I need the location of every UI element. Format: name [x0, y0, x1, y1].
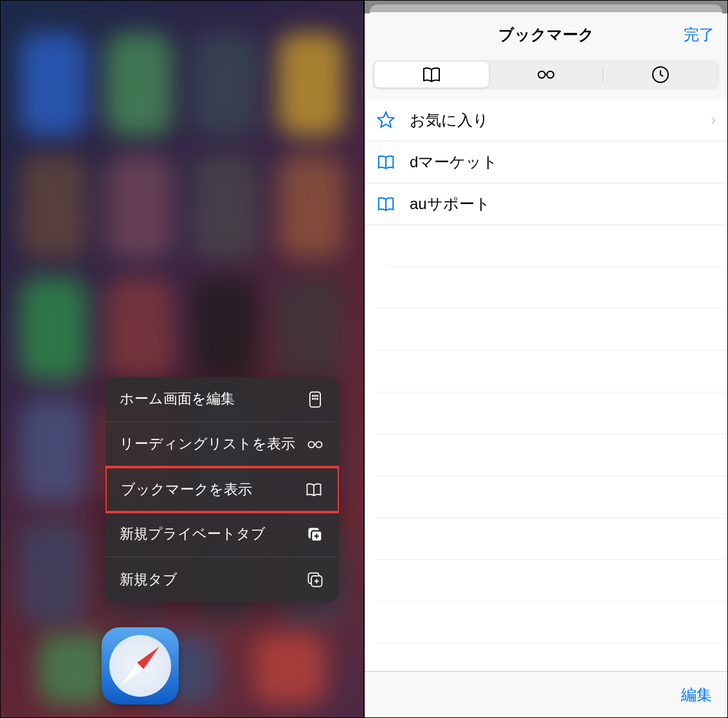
- bookmarks-list[interactable]: お気に入り › dマーケット auサポート: [365, 100, 727, 671]
- dock-blurred: [1, 621, 363, 717]
- menu-show-bookmarks[interactable]: ブックマークを表示: [105, 466, 339, 513]
- home-screen-blurred: ホーム画面を編集 リーディングリストを表示 ブックマークを表示 新規プライベート…: [0, 0, 364, 718]
- bookmarks-sheet-screen: ブックマーク 完了 お気に入り ›: [364, 0, 728, 718]
- tab-history[interactable]: [603, 62, 718, 87]
- menu-label: 新規プライベートタブ: [120, 525, 305, 544]
- compass-icon: [109, 635, 171, 697]
- menu-show-reading-list[interactable]: リーディングリストを表示: [105, 422, 339, 467]
- star-icon: [376, 109, 398, 131]
- edit-button[interactable]: 編集: [681, 685, 712, 705]
- safari-app-icon[interactable]: [102, 627, 179, 704]
- tab-bookmarks[interactable]: [374, 62, 489, 87]
- book-icon: [421, 64, 442, 85]
- svg-point-7: [309, 441, 314, 447]
- menu-new-tab[interactable]: 新規タブ: [105, 557, 339, 602]
- segmented-control: [372, 60, 720, 89]
- book-icon: [304, 480, 323, 499]
- svg-point-8: [316, 441, 322, 447]
- menu-new-private-tab[interactable]: 新規プライベートタブ: [105, 512, 339, 557]
- svg-point-5: [314, 398, 315, 399]
- row-label: auサポート: [410, 194, 716, 214]
- bookmarks-sheet: ブックマーク 完了 お気に入り ›: [365, 12, 727, 717]
- tab-reading-list[interactable]: [489, 62, 603, 87]
- svg-point-6: [317, 398, 318, 399]
- row-label: dマーケット: [410, 152, 716, 172]
- done-button[interactable]: 完了: [684, 24, 714, 45]
- bookmark-item[interactable]: dマーケット: [365, 142, 727, 183]
- safari-context-menu: ホーム画面を編集 リーディングリストを表示 ブックマークを表示 新規プライベート…: [105, 377, 339, 602]
- nav-title: ブックマーク: [498, 24, 594, 45]
- book-icon: [376, 193, 398, 215]
- menu-label: ブックマークを表示: [121, 481, 304, 499]
- clock-icon: [650, 64, 671, 85]
- nav-bar: ブックマーク 完了: [365, 12, 727, 57]
- svg-point-2: [314, 395, 315, 396]
- tabs-plus-icon: [305, 570, 325, 589]
- bookmark-favorites[interactable]: お気に入り ›: [365, 100, 727, 142]
- glasses-icon: [536, 64, 556, 85]
- toolbar: 編集: [365, 671, 727, 717]
- home-grid-icon: [305, 390, 325, 409]
- book-icon: [376, 151, 398, 173]
- chevron-right-icon: ›: [711, 112, 716, 129]
- svg-point-1: [313, 395, 313, 396]
- glasses-icon: [305, 435, 325, 454]
- menu-label: 新規タブ: [120, 571, 305, 589]
- menu-edit-home-screen[interactable]: ホーム画面を編集: [105, 377, 339, 422]
- svg-point-3: [317, 395, 318, 396]
- menu-label: ホーム画面を編集: [120, 390, 305, 409]
- tabs-plus-fill-icon: [305, 525, 325, 544]
- empty-rows: [365, 225, 727, 643]
- svg-point-14: [547, 71, 554, 78]
- row-label: お気に入り: [410, 110, 711, 131]
- svg-point-4: [313, 398, 313, 399]
- bookmark-item[interactable]: auサポート: [365, 183, 727, 225]
- svg-point-13: [538, 71, 545, 78]
- menu-label: リーディングリストを表示: [120, 435, 305, 454]
